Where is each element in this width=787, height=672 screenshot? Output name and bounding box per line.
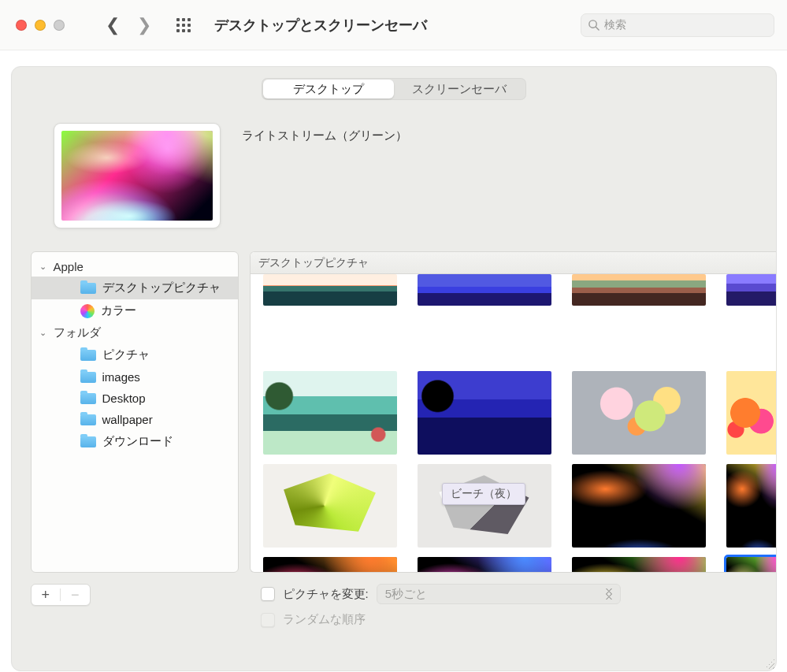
wallpaper-thumb[interactable]	[418, 464, 551, 548]
current-wallpaper-row: ライトストリーム（グリーン）	[12, 100, 776, 251]
footer: + − ピクチャを変更: 5秒ごと ランダムな順序	[12, 573, 776, 635]
change-picture-label: ピクチャを変更:	[283, 587, 369, 602]
sidebar-group-folders[interactable]: ⌄ フォルダ	[32, 322, 238, 343]
chevron-down-icon: ⌄	[39, 328, 49, 338]
wallpaper-thumb[interactable]	[726, 371, 776, 455]
folder-icon	[80, 372, 96, 383]
sidebar-item-pictures[interactable]: ピクチャ	[32, 343, 238, 366]
chevron-down-icon: ⌄	[39, 262, 49, 272]
wallpaper-thumb[interactable]	[263, 371, 397, 455]
sidebar-item-label: images	[102, 370, 140, 384]
search-placeholder: 検索	[604, 18, 626, 32]
wallpaper-thumb[interactable]	[572, 557, 706, 572]
sidebar-item-label: ダウンロード	[102, 434, 173, 449]
change-picture-checkbox[interactable]	[261, 587, 275, 601]
sidebar-item-label: Desktop	[102, 392, 146, 405]
wallpaper-thumb-selected[interactable]	[726, 557, 776, 572]
search-icon	[588, 19, 600, 31]
sidebar-item-label: デスクトップピクチャ	[102, 280, 221, 295]
sidebar-item-colors[interactable]: カラー	[32, 299, 238, 322]
sidebar-item-label: カラー	[101, 303, 136, 318]
preference-pane: デスクトップ スクリーンセーバ ライトストリーム（グリーン） ⌄ Apple デ…	[11, 66, 777, 671]
sidebar-item-wallpaper[interactable]: wallpaper	[32, 409, 238, 430]
wallpaper-thumb[interactable]	[572, 464, 706, 548]
random-order-checkbox	[261, 613, 275, 627]
folder-icon	[80, 436, 96, 447]
back-button[interactable]: ❮	[106, 15, 120, 35]
color-icon	[80, 304, 95, 318]
options: ピクチャを変更: 5秒ごと ランダムな順序	[261, 584, 621, 635]
thumbnail-grid[interactable]	[251, 274, 776, 572]
forward-button[interactable]: ❯	[137, 15, 151, 35]
change-interval-select[interactable]: 5秒ごと	[377, 584, 621, 604]
wallpaper-thumb[interactable]	[418, 274, 551, 306]
svg-line-1	[596, 27, 599, 30]
source-sidebar[interactable]: ⌄ Apple デスクトップピクチャ カラー ⌄ フォルダ ピクチャ image…	[31, 251, 239, 573]
folder-icon	[80, 350, 96, 361]
folder-icon	[80, 283, 96, 294]
window-controls	[16, 20, 65, 31]
random-order-label: ランダムな順序	[283, 612, 366, 627]
show-all-prefs-button[interactable]	[176, 18, 191, 32]
wallpaper-thumb[interactable]	[263, 557, 397, 572]
sidebar-item-label: ピクチャ	[102, 347, 150, 362]
remove-source-button[interactable]: −	[61, 587, 90, 603]
tab-desktop[interactable]: デスクトップ	[263, 80, 394, 98]
sidebar-group-label: Apple	[54, 260, 84, 273]
sidebar-group-apple[interactable]: ⌄ Apple	[32, 257, 238, 277]
zoom-window-button[interactable]	[54, 20, 65, 31]
close-window-button[interactable]	[16, 20, 27, 31]
wallpaper-thumb[interactable]	[572, 371, 706, 455]
sidebar-item-downloads[interactable]: ダウンロード	[32, 430, 238, 453]
titlebar: ❮ ❯ デスクトップとスクリーンセーバ 検索	[0, 0, 787, 50]
folder-icon	[80, 393, 96, 404]
select-value: 5秒ごと	[385, 587, 427, 602]
thumbnail-grid-header: デスクトップピクチャ	[251, 252, 776, 274]
wallpaper-thumb[interactable]	[418, 557, 551, 572]
resize-handle[interactable]	[765, 659, 774, 669]
sidebar-item-label: wallpaper	[102, 413, 153, 426]
minimize-window-button[interactable]	[35, 20, 46, 31]
wallpaper-thumb[interactable]	[726, 464, 776, 548]
wallpaper-thumb[interactable]	[726, 274, 776, 306]
folder-icon	[80, 414, 96, 425]
wallpaper-thumb[interactable]	[572, 274, 706, 306]
wallpaper-thumb[interactable]	[418, 371, 551, 455]
sidebar-item-images[interactable]: images	[32, 366, 238, 388]
tab-screensaver[interactable]: スクリーンセーバ	[394, 80, 525, 98]
add-source-button[interactable]: +	[32, 587, 61, 603]
sidebar-item-desktop[interactable]: Desktop	[32, 388, 238, 409]
wallpaper-thumb[interactable]	[263, 464, 397, 548]
lower-split: ⌄ Apple デスクトップピクチャ カラー ⌄ フォルダ ピクチャ image…	[12, 251, 776, 573]
sidebar-group-label: フォルダ	[54, 325, 101, 340]
wallpaper-thumb[interactable]	[263, 274, 397, 306]
window-title: デスクトップとスクリーンセーバ	[214, 16, 427, 35]
search-field[interactable]: 検索	[581, 13, 774, 37]
sidebar-item-desktop-pictures[interactable]: デスクトップピクチャ	[32, 277, 238, 299]
thumbnail-grid-wrap: デスクトップピクチャ	[250, 251, 776, 573]
thumbnail-tooltip: ビーチ（夜）	[442, 483, 525, 505]
source-add-remove: + −	[31, 584, 91, 606]
nav-arrows: ❮ ❯	[106, 15, 151, 35]
current-wallpaper-name: ライトストリーム（グリーン）	[242, 128, 407, 143]
current-wallpaper-image	[61, 131, 213, 221]
current-wallpaper-preview	[54, 124, 220, 228]
tab-bar: デスクトップ スクリーンセーバ	[262, 78, 526, 100]
